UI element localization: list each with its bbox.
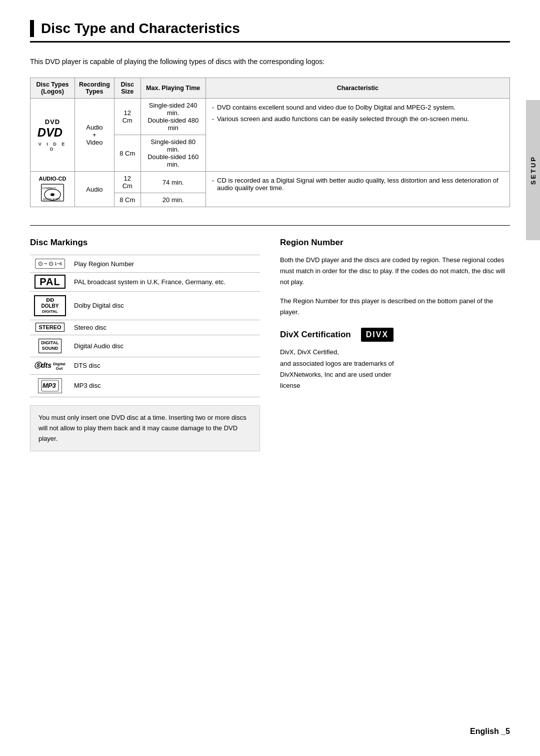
- marking-stereo: STEREO Stereo disc: [30, 320, 260, 335]
- region-number-icon: ⊙: [48, 260, 54, 267]
- page-number: English _5: [470, 727, 510, 736]
- dts-desc: DTS disc: [70, 357, 260, 374]
- digital-sound-icon-cell: DIGITAL SOUND: [30, 335, 70, 357]
- dts-icon-cell: ⓢdts Digital Out: [30, 357, 70, 374]
- mp3-badge: MP3: [38, 378, 62, 393]
- notice-text: You must only insert one DVD disc at a t…: [38, 414, 246, 442]
- svg-point-4: [50, 193, 54, 196]
- region-text-2: The Region Number for this player is des…: [280, 296, 510, 318]
- stereo-icon-cell: STEREO: [30, 320, 70, 335]
- dvd-characteristics: - DVD contains excellent sound and video…: [206, 99, 510, 172]
- disc-types-table: Disc Types(Logos) RecordingTypes DiscSiz…: [30, 78, 510, 207]
- disc-markings-section: Disc Markings ⊙~ ⊙ 1~6 Play Region Numbe…: [30, 238, 260, 451]
- dvd-logo-cell: DVD DVD V I D E O: [30, 99, 75, 172]
- dvd-size-8cm: 8 Cm: [114, 135, 140, 172]
- title-bar-accent: [30, 20, 34, 37]
- col-header-playing-time: Max. Playing Time: [140, 78, 206, 99]
- mp3-desc: MP3 disc: [70, 374, 260, 397]
- col-header-disc-types: Disc Types(Logos): [30, 78, 75, 99]
- page-title: Disc Type and Characteristics: [30, 20, 510, 43]
- dvd-char-1: - DVD contains excellent sound and video…: [212, 104, 504, 111]
- region-number-title: Region Number: [280, 238, 510, 248]
- col-header-recording: RecordingTypes: [74, 78, 114, 99]
- cd-logo-cell: AUDIO-CD COMPACT DIGITAL AUDIO: [30, 172, 75, 207]
- divx-text: DivX, DivX Certified, and associated log…: [280, 347, 510, 391]
- svg-text:DVD: DVD: [38, 127, 62, 139]
- globe-icon: ⊙: [38, 260, 43, 267]
- digital-sound-badge: DIGITAL SOUND: [38, 339, 61, 353]
- pal-icon-cell: PAL: [30, 273, 70, 292]
- dvd-label: DVD: [45, 118, 60, 126]
- digital-sound-desc: Digital Audio disc: [70, 335, 260, 357]
- divx-header: DivX Certification DIVX: [280, 328, 510, 342]
- dolby-desc: Dolby Digital disc: [70, 292, 260, 320]
- cd-logo: AUDIO-CD COMPACT DIGITAL AUDIO: [34, 176, 70, 203]
- marking-digital-sound: DIGITAL SOUND Digital Audio disc: [30, 335, 260, 357]
- dolby-badge: 𝗗𝗗 DOLBY DIGITAL: [34, 295, 66, 316]
- dvd-size-12cm: 12 Cm: [114, 99, 140, 135]
- mp3-logo-svg: MP3: [41, 380, 59, 392]
- intro-text: This DVD player is capable of playing th…: [30, 58, 510, 66]
- dvd-arc-logo: DVD: [36, 127, 68, 141]
- cd-recording-type: Audio: [74, 172, 114, 207]
- divx-title: DivX Certification: [280, 330, 351, 340]
- cd-size-8cm: 8 Cm: [114, 193, 140, 207]
- svg-text:MP3: MP3: [42, 382, 56, 389]
- dolby-icon-cell: 𝗗𝗗 DOLBY DIGITAL: [30, 292, 70, 320]
- section-divider: [30, 225, 510, 226]
- region-text-1: Both the DVD player and the discs are co…: [280, 255, 510, 288]
- col-header-disc-size: DiscSize: [114, 78, 140, 99]
- dvd-video-label: V I D E O: [34, 142, 70, 152]
- cd-characteristics: - CD is recorded as a Digital Signal wit…: [206, 172, 510, 207]
- marking-dolby: 𝗗𝗗 DOLBY DIGITAL Dolby Digital disc: [30, 292, 260, 320]
- disc-markings-title: Disc Markings: [30, 238, 260, 248]
- mp3-icon-cell: MP3: [30, 374, 70, 397]
- dvd-char-2: - Various screen and audio functions can…: [212, 115, 504, 123]
- cd-disc-svg: COMPACT DIGITAL AUDIO: [40, 183, 64, 203]
- cd-size-12cm: 12 Cm: [114, 172, 140, 193]
- divx-logo: DIVX: [361, 328, 394, 342]
- cd-time-12cm: 74 min.: [140, 172, 206, 193]
- stereo-badge: STEREO: [36, 323, 64, 332]
- col-header-characteristic: Characteristic: [206, 78, 510, 99]
- dts-badge: ⓢdts Digital Out: [34, 361, 66, 371]
- dvd-logo: DVD DVD V I D E O: [34, 118, 70, 152]
- marking-region: ⊙~ ⊙ 1~6 Play Region Number: [30, 255, 260, 273]
- setup-sidebar: SETUP: [526, 100, 540, 240]
- pal-desc: PAL broadcast system in U.K, France, Ger…: [70, 273, 260, 292]
- dvd-time-8cm: Single-sided 80 min.Double-sided 160 min…: [140, 135, 206, 172]
- title-text: Disc Type and Characteristics: [41, 21, 240, 37]
- stereo-desc: Stereo disc: [70, 320, 260, 335]
- pal-badge: PAL: [34, 275, 66, 289]
- dvd-time-12cm: Single-sided 240 min.Double-sided 480 mi…: [140, 99, 206, 135]
- region-icon: ⊙~ ⊙ 1~6: [35, 259, 65, 269]
- dvd-recording-type: Audio+Video: [74, 99, 114, 172]
- divx-section: DivX Certification DIVX DivX, DivX Certi…: [280, 328, 510, 391]
- cd-char-1: - CD is recorded as a Digital Signal wit…: [212, 177, 504, 192]
- region-icon-cell: ⊙~ ⊙ 1~6: [30, 255, 70, 273]
- marking-pal: PAL PAL broadcast system in U.K, France,…: [30, 273, 260, 292]
- cd-label: AUDIO-CD: [38, 176, 66, 182]
- two-col-section: Disc Markings ⊙~ ⊙ 1~6 Play Region Numbe…: [30, 238, 510, 451]
- svg-text:DIGITAL AUDIO: DIGITAL AUDIO: [43, 198, 60, 201]
- marking-dts: ⓢdts Digital Out DTS disc: [30, 357, 260, 374]
- right-col-section: Region Number Both the DVD player and th…: [280, 238, 510, 451]
- marking-mp3: MP3 MP3 disc: [30, 374, 260, 397]
- markings-table: ⊙~ ⊙ 1~6 Play Region Number PAL PAL broa…: [30, 255, 260, 397]
- cd-time-8cm: 20 min.: [140, 193, 206, 207]
- setup-label: SETUP: [530, 156, 537, 185]
- notice-box: You must only insert one DVD disc at a t…: [30, 405, 260, 451]
- region-desc: Play Region Number: [70, 255, 260, 273]
